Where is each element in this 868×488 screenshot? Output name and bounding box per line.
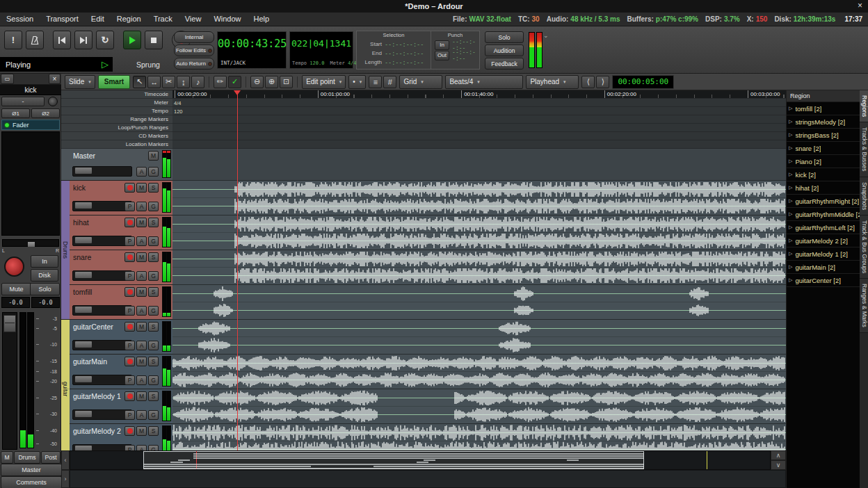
expander-icon[interactable]: ▷	[787, 251, 795, 257]
nudge-clock[interactable]: 00:00:05:00	[612, 75, 674, 89]
region-list-item[interactable]: ▷guitarCenter [2]	[787, 274, 860, 287]
ruler-tempo[interactable]: 120	[172, 107, 786, 115]
track-m-button[interactable]: M	[148, 151, 159, 161]
panner[interactable]: L R	[1, 238, 60, 252]
solo-button[interactable]: Solo	[30, 283, 60, 295]
expander-icon[interactable]: ▷	[787, 172, 795, 177]
feedback-button[interactable]: Feedback	[485, 58, 524, 70]
track-lane-hihat[interactable]	[172, 215, 786, 250]
track-header-hihat[interactable]: hihatMSPAG	[61, 215, 172, 250]
track-lane-snare[interactable]	[172, 250, 786, 285]
expander-icon[interactable]: ▷	[787, 158, 795, 164]
track-fader[interactable]	[72, 409, 132, 420]
track-a-button[interactable]: A	[136, 375, 147, 385]
track-a-button[interactable]: A	[136, 306, 147, 316]
meter-options-chevron-icon[interactable]: ⌄	[543, 32, 549, 39]
track-s-button[interactable]: S	[148, 357, 159, 366]
strip-close-icon[interactable]: ×	[49, 74, 61, 84]
expander-icon[interactable]: ▷	[787, 119, 795, 124]
region-list-item[interactable]: ▷snare [2]	[787, 142, 860, 155]
track-fader[interactable]	[72, 375, 132, 385]
region-list-item[interactable]: ▷stringsBass [2]	[787, 129, 860, 142]
stop-button[interactable]	[145, 31, 163, 49]
menu-help[interactable]: Help	[248, 13, 276, 26]
nudge-forward-button[interactable]: ⟩	[596, 76, 609, 88]
track-g-button[interactable]: G	[148, 271, 159, 281]
track-fader[interactable]	[72, 340, 132, 350]
track-s-button[interactable]: S	[148, 183, 159, 193]
track-lane-guitarmain[interactable]	[172, 355, 786, 389]
trim-knob[interactable]	[48, 97, 58, 106]
metronome-button[interactable]	[26, 31, 44, 49]
sidebar-tab-regions[interactable]: Regions	[860, 90, 868, 122]
audition-mode-button[interactable]: ♪	[191, 76, 204, 88]
track-m-button[interactable]: M	[136, 183, 147, 193]
menu-region[interactable]: Region	[111, 13, 147, 26]
expander-icon[interactable]: ▷	[787, 277, 795, 283]
edit-mode-dropdown[interactable]: Slide	[65, 75, 95, 89]
track-g-button[interactable]: G	[148, 167, 159, 177]
monitor-disk-button[interactable]: Disk	[31, 269, 58, 282]
track-lane-guitarmelody-2[interactable]	[172, 424, 786, 450]
strip-tab-m[interactable]: M	[1, 451, 13, 464]
track-m-button[interactable]: M	[136, 287, 147, 297]
track-p-button[interactable]: P	[124, 202, 135, 211]
secondary-clock-digits[interactable]: 022|04|1341	[290, 38, 353, 49]
track-fader[interactable]	[72, 444, 132, 450]
track-s-button[interactable]: S	[148, 252, 159, 262]
track-fader[interactable]	[72, 270, 132, 281]
track-a-button[interactable]: A	[136, 341, 147, 350]
summary-scroll-left-button[interactable]: ‹	[61, 450, 70, 470]
record-arm-button[interactable]	[124, 357, 135, 366]
range-mode-button[interactable]: ↔	[147, 76, 161, 88]
track-fader[interactable]	[72, 305, 132, 316]
track-a-button[interactable]: A	[136, 271, 147, 281]
tempo-marker[interactable]: 120	[174, 108, 183, 115]
peak-display[interactable]: -0.0	[31, 297, 60, 308]
track-g-button[interactable]: G	[148, 341, 159, 350]
follow-edits-button[interactable]: Follow Edits	[174, 44, 214, 56]
region-list-item[interactable]: ▷guitarMelody 2 [2]	[787, 234, 860, 247]
track-lane-guitarmelody-1[interactable]	[172, 389, 786, 424]
track-g-button[interactable]: G	[148, 375, 159, 385]
shuttle-mode-label[interactable]: Sprung	[136, 60, 160, 69]
ruler-meter[interactable]: 4/4	[172, 99, 786, 107]
track-header-guitarmelody-2[interactable]: guitarMelody 2MSPAG	[61, 424, 172, 450]
master-button[interactable]: Master	[1, 464, 62, 476]
fader-handle[interactable]	[3, 315, 16, 332]
record-arm-button[interactable]	[124, 391, 135, 401]
track-a-button[interactable]: A	[136, 410, 147, 420]
track-p-button[interactable]: P	[124, 375, 135, 385]
summary-scroll-down-button[interactable]: ∨	[771, 460, 786, 470]
group-strip-drums[interactable]: Drums	[61, 181, 70, 320]
track-header-guitarmain[interactable]: guitarMainMSPAG	[61, 355, 172, 389]
record-arm-button[interactable]	[124, 322, 135, 332]
track-header-guitarcenter[interactable]: guitarCenterMSPAG	[61, 320, 172, 355]
menu-transport[interactable]: Transport	[40, 13, 85, 26]
record-arm-button[interactable]	[124, 183, 135, 193]
track-p-button[interactable]: P	[124, 306, 135, 316]
track-fader[interactable]	[72, 201, 132, 211]
record-enable-button[interactable]	[4, 257, 24, 277]
track-g-button[interactable]: G	[148, 445, 159, 450]
gain-display[interactable]: -0.0	[1, 297, 30, 308]
snap-a-mode-button[interactable]: ≡	[369, 76, 382, 88]
grab-mode-button[interactable]: ↖	[133, 76, 146, 88]
zoom-out-mode-button[interactable]: ⊖	[250, 76, 264, 88]
region-list-item[interactable]: ▷stringsMelody [2]	[787, 115, 860, 129]
pan-groove[interactable]	[2, 239, 59, 247]
mute-button[interactable]: Mute	[1, 283, 31, 295]
grid-type-dropdown[interactable]: Beats/4	[445, 75, 523, 89]
close-icon[interactable]: ×	[858, 1, 862, 10]
track-s-button[interactable]: S	[148, 322, 159, 332]
sidebar-tab-track-bus-groups[interactable]: Track & Bus Groups	[860, 215, 868, 279]
phase-button-2[interactable]: Ø2	[31, 108, 60, 118]
region-list-header[interactable]: Region	[787, 90, 860, 102]
track-lane-guitarcenter[interactable]	[172, 320, 786, 355]
region-list-item[interactable]: ▷guitarMelody 1 [2]	[787, 247, 860, 261]
edit-point-dropdown[interactable]: Edit point	[302, 75, 346, 89]
expander-icon[interactable]: ▷	[787, 211, 795, 217]
region-list-item[interactable]: ▷guitarRhythmLeft [2]	[787, 221, 860, 234]
selection-row-value[interactable]: --:--:--:--	[385, 59, 424, 66]
solo-button[interactable]: Solo	[485, 31, 524, 43]
